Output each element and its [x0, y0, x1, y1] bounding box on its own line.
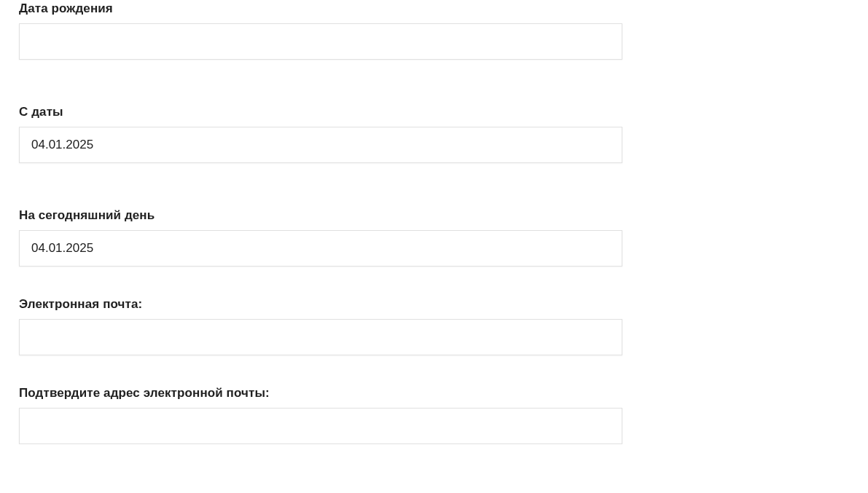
form-group-today-date: На сегодняшний день: [19, 208, 868, 267]
form-group-birth-date: Дата рождения: [19, 1, 868, 60]
email-label: Электронная почта:: [19, 297, 868, 312]
form-group-email: Электронная почта:: [19, 297, 868, 355]
today-date-label: На сегодняшний день: [19, 208, 868, 223]
from-date-input[interactable]: [19, 127, 622, 163]
form-container: Дата рождения С даты На сегодняшний день…: [0, 0, 868, 444]
today-date-input[interactable]: [19, 230, 622, 267]
from-date-label: С даты: [19, 105, 868, 119]
birth-date-label: Дата рождения: [19, 1, 868, 16]
email-confirm-input[interactable]: [19, 408, 622, 444]
email-input[interactable]: [19, 319, 622, 355]
birth-date-input[interactable]: [19, 23, 622, 60]
email-confirm-label: Подтвердите адрес электронной почты:: [19, 386, 868, 401]
form-group-email-confirm: Подтвердите адрес электронной почты:: [19, 386, 868, 444]
form-group-from-date: С даты: [19, 105, 868, 163]
